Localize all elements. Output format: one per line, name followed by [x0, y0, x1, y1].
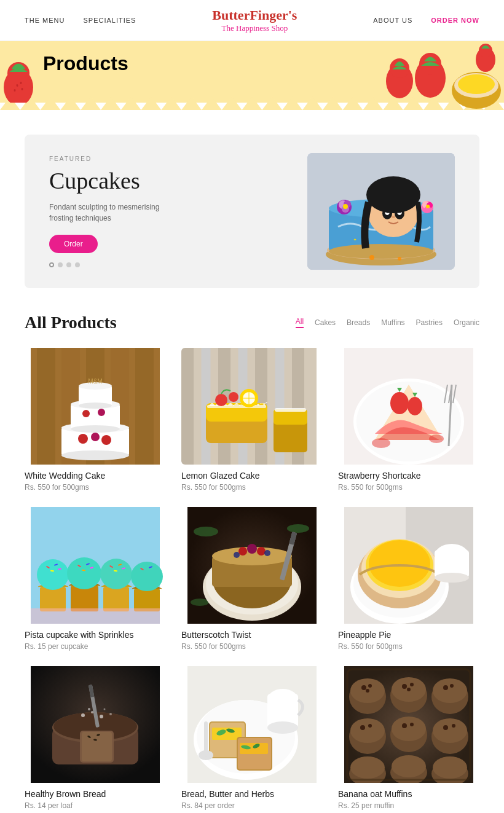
filter-cakes[interactable]: Cakes	[315, 318, 336, 327]
svg-point-140	[234, 552, 240, 558]
svg-point-94	[408, 397, 422, 415]
product-bread-butter-herbs[interactable]: Bread, Butter and Herbs Rs. 84 per order	[181, 666, 323, 810]
filter-all[interactable]: All	[296, 317, 304, 328]
svg-point-117	[100, 559, 132, 589]
nav-specialities[interactable]: SPECIALITIES	[83, 17, 136, 24]
nav-the-menu[interactable]: THE MENU	[25, 17, 65, 24]
product-pineapple-pie[interactable]: Pineapple Pie Rs. 550 for 500gms	[338, 507, 479, 651]
filter-muffins[interactable]: Muffins	[381, 318, 404, 327]
svg-point-172	[109, 713, 112, 715]
svg-point-212	[450, 684, 454, 688]
product-price-lemon-glazed-cake: Rs. 550 for 500gms	[181, 483, 323, 492]
product-name-pineapple-pie: Pineapple Pie	[338, 630, 479, 640]
svg-point-138	[247, 544, 257, 554]
svg-point-82	[229, 392, 238, 402]
dot-3[interactable]	[66, 262, 71, 267]
svg-point-37	[398, 257, 401, 261]
svg-point-228	[392, 755, 426, 777]
right-decoration	[381, 41, 504, 115]
svg-rect-80	[275, 408, 306, 412]
svg-text:M&M: M&M	[88, 378, 102, 385]
dot-1[interactable]	[49, 262, 54, 267]
svg-point-34	[343, 204, 348, 209]
dot-4[interactable]	[75, 262, 80, 267]
svg-point-137	[238, 547, 247, 556]
products-heading: All Products	[25, 313, 117, 332]
product-unit: per loaf	[48, 801, 73, 810]
product-unit: for 500gms	[52, 483, 89, 492]
nav-order-now[interactable]: ORDER NOW	[431, 17, 479, 24]
svg-point-202	[368, 684, 372, 688]
svg-point-141	[264, 550, 270, 556]
svg-point-142	[218, 557, 224, 561]
svg-point-210	[433, 678, 467, 703]
product-butterscotch-twist[interactable]: Butterscotch Twist Rs. 550 for 500gms	[181, 507, 323, 651]
svg-rect-50	[135, 348, 154, 465]
svg-point-60	[78, 434, 88, 444]
featured-title: Cupcakes	[49, 167, 307, 194]
svg-point-81	[215, 394, 227, 406]
svg-point-211	[443, 685, 448, 690]
product-price-strawberry-shortcake: Rs. 550 for 500gms	[338, 483, 479, 492]
product-unit: for 500gms	[366, 483, 403, 492]
svg-point-224	[452, 724, 455, 728]
svg-point-222	[433, 718, 467, 743]
product-image-strawberry-shortcake	[338, 348, 479, 465]
filter-breads[interactable]: Breads	[347, 318, 370, 327]
svg-point-219	[402, 723, 407, 728]
svg-point-171	[100, 715, 103, 718]
product-image-white-wedding-cake: M&M	[25, 348, 166, 465]
svg-point-215	[360, 725, 365, 730]
product-lemon-glazed-cake[interactable]: Lemon Glazed Cake Rs. 550 for 500gms	[181, 348, 323, 492]
svg-point-230	[433, 756, 467, 779]
nav-left-links: THE MENU SPECIALITIES	[25, 17, 136, 24]
product-banana-oat-muffins[interactable]: Banana oat Muffins Rs. 25 per muffin	[338, 666, 479, 810]
filter-tabs: All Cakes Breads Muffins Pastries Organi…	[296, 317, 479, 328]
product-name-white-wedding-cake: White Wedding Cake	[25, 471, 166, 481]
svg-rect-77	[207, 405, 266, 408]
product-name-butterscotch-twist: Butterscotch Twist	[181, 630, 323, 640]
svg-point-5	[22, 88, 23, 90]
svg-point-101	[429, 434, 444, 443]
product-image-healthy-brown-bread	[25, 666, 166, 783]
svg-rect-46	[37, 348, 55, 465]
product-name-strawberry-shortcake: Strawberry Shortcake	[338, 471, 479, 481]
svg-point-203	[366, 689, 369, 693]
brand-tagline: The Happiness Shop	[212, 23, 297, 33]
nav-about-us[interactable]: ABOUT US	[373, 17, 412, 24]
svg-point-123	[131, 562, 163, 591]
logo[interactable]: ButterFinger's The Happiness Shop	[212, 7, 297, 33]
product-white-wedding-cake[interactable]: M&M White Wedding Cake Rs. 550 for 500gm…	[25, 348, 166, 492]
svg-point-100	[372, 438, 390, 448]
products-grid: M&M White Wedding Cake Rs. 550 for 500gm…	[25, 348, 479, 810]
product-name-banana-oat-muffins: Banana oat Muffins	[338, 789, 479, 799]
left-decoration	[0, 41, 37, 103]
filter-organic[interactable]: Organic	[454, 318, 479, 327]
filter-pastries[interactable]: Pastries	[416, 318, 443, 327]
svg-point-144	[274, 559, 280, 562]
featured-order-button[interactable]: Order	[49, 235, 98, 253]
svg-point-29	[366, 176, 420, 213]
svg-point-173	[88, 708, 90, 710]
product-image-banana-oat-muffins	[338, 666, 479, 783]
brand-name: ButterFinger's	[212, 7, 297, 23]
product-image-bread-butter-herbs	[181, 666, 323, 783]
featured-image	[307, 153, 455, 270]
svg-point-201	[361, 685, 366, 690]
svg-point-42	[426, 205, 430, 208]
product-name-healthy-brown-bread: Healthy Brown Bread	[25, 789, 166, 799]
svg-point-220	[410, 723, 414, 726]
product-price-butterscotch-twist: Rs. 550 for 500gms	[181, 642, 323, 651]
svg-point-61	[91, 433, 100, 441]
svg-point-139	[257, 547, 266, 556]
product-strawberry-shortcake[interactable]: Strawberry Shortcake Rs. 550 for 500gms	[338, 348, 479, 492]
product-price-pineapple-pie: Rs. 550 for 500gms	[338, 642, 479, 651]
svg-rect-126	[31, 608, 160, 624]
product-name-lemon-glazed-cake: Lemon Glazed Cake	[181, 471, 323, 481]
svg-point-131	[191, 599, 209, 606]
svg-point-174	[104, 709, 106, 710]
product-unit: for 500gms	[209, 642, 246, 651]
product-pista-cupcake[interactable]: Pista cupcake with Sprinkles Rs. 15 per …	[25, 507, 166, 651]
product-healthy-brown-bread[interactable]: Healthy Brown Bread Rs. 14 per loaf	[25, 666, 166, 810]
dot-2[interactable]	[58, 262, 63, 267]
